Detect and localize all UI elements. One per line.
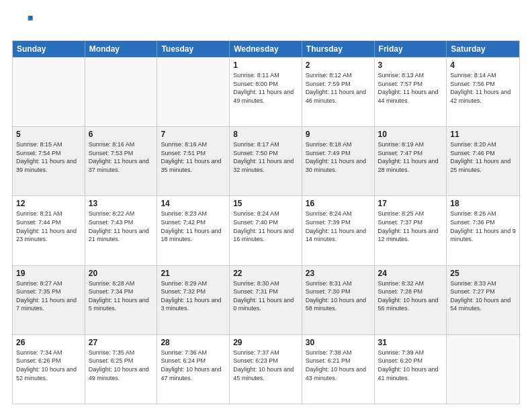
- cell-info: Sunrise: 8:22 AMSunset: 7:43 PMDaylight:…: [89, 210, 154, 243]
- day-number: 15: [233, 199, 298, 208]
- header-day-friday: Friday: [375, 41, 447, 57]
- cell-info: Sunrise: 8:12 AMSunset: 7:59 PMDaylight:…: [306, 71, 371, 105]
- cell-info: Sunrise: 7:36 AMSunset: 6:24 PMDaylight:…: [161, 349, 226, 382]
- calendar-row-5: 26Sunrise: 7:34 AMSunset: 6:26 PMDayligh…: [13, 334, 519, 404]
- cell-info: Sunrise: 8:19 AMSunset: 7:47 PMDaylight:…: [378, 140, 443, 174]
- cell-info: Sunrise: 8:21 AMSunset: 7:44 PMDaylight:…: [16, 210, 81, 243]
- cell-info: Sunrise: 7:39 AMSunset: 6:20 PMDaylight:…: [378, 349, 443, 382]
- day-number: 19: [16, 269, 81, 278]
- calendar-cell: 20Sunrise: 8:28 AMSunset: 7:34 PMDayligh…: [85, 266, 158, 334]
- day-number: 11: [450, 130, 516, 139]
- header-day-thursday: Thursday: [302, 41, 375, 57]
- calendar-cell: 11Sunrise: 8:20 AMSunset: 7:46 PMDayligh…: [447, 127, 519, 195]
- calendar: SundayMondayTuesdayWednesdayThursdayFrid…: [12, 40, 520, 404]
- calendar-cell: [13, 58, 85, 126]
- calendar-cell: 4Sunrise: 8:14 AMSunset: 7:56 PMDaylight…: [447, 58, 519, 126]
- cell-info: Sunrise: 8:23 AMSunset: 7:42 PMDaylight:…: [161, 210, 226, 243]
- calendar-cell: 25Sunrise: 8:33 AMSunset: 7:27 PMDayligh…: [447, 266, 519, 334]
- cell-info: Sunrise: 8:16 AMSunset: 7:51 PMDaylight:…: [161, 140, 226, 174]
- calendar-cell: 6Sunrise: 8:16 AMSunset: 7:53 PMDaylight…: [85, 127, 158, 195]
- day-number: 24: [378, 269, 443, 278]
- header-day-sunday: Sunday: [13, 41, 85, 57]
- cell-info: Sunrise: 8:13 AMSunset: 7:57 PMDaylight:…: [378, 71, 443, 105]
- calendar-cell: 19Sunrise: 8:27 AMSunset: 7:35 PMDayligh…: [13, 266, 85, 334]
- day-number: 18: [450, 199, 516, 208]
- calendar-cell: 16Sunrise: 8:24 AMSunset: 7:39 PMDayligh…: [302, 196, 375, 265]
- header-day-tuesday: Tuesday: [157, 41, 230, 57]
- calendar-cell: 12Sunrise: 8:21 AMSunset: 7:44 PMDayligh…: [13, 196, 85, 265]
- calendar-header: SundayMondayTuesdayWednesdayThursdayFrid…: [13, 41, 519, 57]
- cell-info: Sunrise: 8:32 AMSunset: 7:28 PMDaylight:…: [378, 279, 443, 313]
- calendar-cell: 22Sunrise: 8:30 AMSunset: 7:31 PMDayligh…: [230, 266, 302, 334]
- header-day-wednesday: Wednesday: [230, 41, 302, 57]
- calendar-cell: 26Sunrise: 7:34 AMSunset: 6:26 PMDayligh…: [13, 335, 85, 404]
- day-number: 21: [161, 269, 226, 278]
- day-number: 2: [306, 60, 371, 70]
- calendar-cell: 2Sunrise: 8:12 AMSunset: 7:59 PMDaylight…: [302, 58, 375, 126]
- calendar-cell: 21Sunrise: 8:29 AMSunset: 7:32 PMDayligh…: [157, 266, 230, 334]
- cell-info: Sunrise: 8:14 AMSunset: 7:56 PMDaylight:…: [450, 71, 516, 105]
- cell-info: Sunrise: 8:33 AMSunset: 7:27 PMDaylight:…: [450, 279, 516, 313]
- day-number: 17: [378, 199, 443, 208]
- calendar-cell: 9Sunrise: 8:18 AMSunset: 7:49 PMDaylight…: [302, 127, 375, 195]
- calendar-row-2: 5Sunrise: 8:15 AMSunset: 7:54 PMDaylight…: [13, 126, 519, 195]
- day-number: 26: [16, 338, 81, 347]
- calendar-row-3: 12Sunrise: 8:21 AMSunset: 7:44 PMDayligh…: [13, 195, 519, 265]
- cell-info: Sunrise: 8:26 AMSunset: 7:36 PMDaylight:…: [450, 210, 516, 243]
- cell-info: Sunrise: 8:18 AMSunset: 7:49 PMDaylight:…: [306, 140, 371, 174]
- calendar-cell: 18Sunrise: 8:26 AMSunset: 7:36 PMDayligh…: [447, 196, 519, 265]
- calendar-cell: 23Sunrise: 8:31 AMSunset: 7:30 PMDayligh…: [302, 266, 375, 334]
- calendar-cell: 27Sunrise: 7:35 AMSunset: 6:25 PMDayligh…: [85, 335, 158, 404]
- day-number: 13: [89, 199, 154, 208]
- day-number: 10: [378, 130, 443, 139]
- day-number: 8: [233, 130, 298, 139]
- header-day-saturday: Saturday: [447, 41, 519, 57]
- cell-info: Sunrise: 8:28 AMSunset: 7:34 PMDaylight:…: [89, 279, 154, 313]
- cell-info: Sunrise: 8:17 AMSunset: 7:50 PMDaylight:…: [233, 140, 298, 174]
- calendar-cell: 29Sunrise: 7:37 AMSunset: 6:23 PMDayligh…: [230, 335, 302, 404]
- calendar-cell: 28Sunrise: 7:36 AMSunset: 6:24 PMDayligh…: [157, 335, 230, 404]
- day-number: 7: [161, 130, 226, 139]
- cell-info: Sunrise: 7:37 AMSunset: 6:23 PMDaylight:…: [233, 349, 298, 382]
- calendar-cell: 15Sunrise: 8:24 AMSunset: 7:40 PMDayligh…: [230, 196, 302, 265]
- cell-info: Sunrise: 7:35 AMSunset: 6:25 PMDaylight:…: [89, 349, 154, 382]
- calendar-cell: 10Sunrise: 8:19 AMSunset: 7:47 PMDayligh…: [375, 127, 447, 195]
- calendar-cell: 8Sunrise: 8:17 AMSunset: 7:50 PMDaylight…: [230, 127, 302, 195]
- calendar-body: 1Sunrise: 8:11 AMSunset: 8:00 PMDaylight…: [13, 57, 519, 404]
- cell-info: Sunrise: 7:38 AMSunset: 6:21 PMDaylight:…: [306, 349, 371, 382]
- calendar-cell: 13Sunrise: 8:22 AMSunset: 7:43 PMDayligh…: [85, 196, 158, 265]
- cell-info: Sunrise: 8:16 AMSunset: 7:53 PMDaylight:…: [89, 140, 154, 174]
- day-number: 9: [306, 130, 371, 139]
- calendar-cell: [157, 58, 230, 126]
- day-number: 1: [233, 60, 298, 70]
- cell-info: Sunrise: 8:24 AMSunset: 7:39 PMDaylight:…: [306, 210, 371, 243]
- cell-info: Sunrise: 8:15 AMSunset: 7:54 PMDaylight:…: [16, 140, 81, 174]
- cell-info: Sunrise: 8:30 AMSunset: 7:31 PMDaylight:…: [233, 279, 298, 313]
- cell-info: Sunrise: 8:20 AMSunset: 7:46 PMDaylight:…: [450, 140, 516, 174]
- calendar-cell: 1Sunrise: 8:11 AMSunset: 8:00 PMDaylight…: [230, 58, 302, 126]
- calendar-cell: 3Sunrise: 8:13 AMSunset: 7:57 PMDaylight…: [375, 58, 447, 126]
- cell-info: Sunrise: 8:11 AMSunset: 8:00 PMDaylight:…: [233, 71, 298, 105]
- cell-info: Sunrise: 8:24 AMSunset: 7:40 PMDaylight:…: [233, 210, 298, 243]
- calendar-cell: 24Sunrise: 8:32 AMSunset: 7:28 PMDayligh…: [375, 266, 447, 334]
- day-number: 30: [306, 338, 371, 347]
- calendar-cell: [85, 58, 158, 126]
- calendar-cell: 30Sunrise: 7:38 AMSunset: 6:21 PMDayligh…: [302, 335, 375, 404]
- day-number: 28: [161, 338, 226, 347]
- day-number: 16: [306, 199, 371, 208]
- cell-info: Sunrise: 8:25 AMSunset: 7:37 PMDaylight:…: [378, 210, 443, 243]
- cell-info: Sunrise: 8:31 AMSunset: 7:30 PMDaylight:…: [306, 279, 371, 313]
- cell-info: Sunrise: 8:29 AMSunset: 7:32 PMDaylight:…: [161, 279, 226, 313]
- logo-icon: [15, 12, 34, 31]
- cell-info: Sunrise: 8:27 AMSunset: 7:35 PMDaylight:…: [16, 279, 81, 313]
- day-number: 22: [233, 269, 298, 278]
- calendar-row-4: 19Sunrise: 8:27 AMSunset: 7:35 PMDayligh…: [13, 265, 519, 334]
- calendar-row-1: 1Sunrise: 8:11 AMSunset: 8:00 PMDaylight…: [13, 57, 519, 126]
- calendar-cell: 17Sunrise: 8:25 AMSunset: 7:37 PMDayligh…: [375, 196, 447, 265]
- calendar-cell: 7Sunrise: 8:16 AMSunset: 7:51 PMDaylight…: [157, 127, 230, 195]
- calendar-cell: 5Sunrise: 8:15 AMSunset: 7:54 PMDaylight…: [13, 127, 85, 195]
- cell-info: Sunrise: 7:34 AMSunset: 6:26 PMDaylight:…: [16, 349, 81, 382]
- day-number: 25: [450, 269, 516, 278]
- header: [12, 12, 520, 34]
- calendar-cell: [447, 335, 519, 404]
